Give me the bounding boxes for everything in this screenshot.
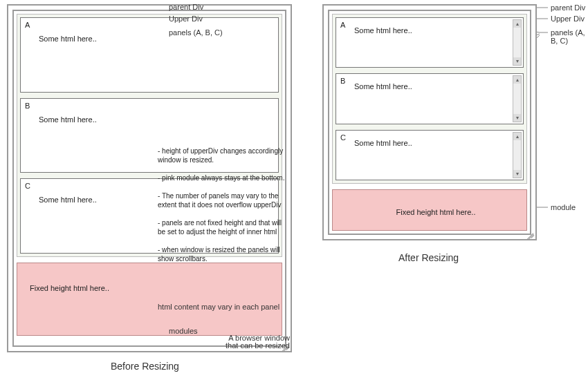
note-item: - The number of panels may vary to the e… [158,191,286,209]
panel-body: Some html here.. [354,82,412,91]
callout-panel-note: html content may vary in each panel [158,303,279,311]
scrollbar[interactable]: ▴▾ [513,75,522,122]
callout-parent-div: parent Div [169,3,203,11]
notes-list: - height of upperDiv changes accordingly… [158,146,286,263]
module-body: Fixed height html here.. [333,190,526,216]
chevron-down-icon[interactable]: ▾ [513,57,521,65]
panel-a-after: A Some html here.. ▴▾ [336,17,524,68]
module-before: Fixed height html here.. [17,263,282,336]
callout-upper-div: Upper Div [169,15,203,23]
callout-modules: modules [169,327,198,335]
note-item: - height of upperDiv changes accordingly… [158,146,286,164]
panel-label: A [25,21,30,29]
scrollbar[interactable]: ▴▾ [513,132,522,178]
module-after: Fixed height html here.. [332,189,527,231]
panel-body: Some html here.. [39,115,97,124]
panel-label: B [340,77,345,85]
callout-panels: panels (A, B, C) [169,28,223,37]
upper-div-after: A Some html here.. ▴▾ B Some html here..… [332,14,527,184]
panel-label: C [25,182,30,190]
scrollbar[interactable]: ▴▾ [513,19,522,66]
callout-panels-after: panels (A, B, C) [551,28,588,45]
callout-resize-note: A browser window that can be resized [226,334,290,350]
callout-parent-div-after: parent Div [551,3,585,12]
callout-upper-div-after: Upper Div [551,15,585,23]
panel-label: A [340,21,345,29]
caption-after: After Resizing [398,252,459,263]
chevron-up-icon[interactable]: ▴ [513,133,521,140]
panel-label: C [340,133,346,142]
panel-body: Some html here.. [354,26,412,35]
panel-label: B [25,102,30,110]
panel-body: Some html here.. [39,196,97,204]
caption-before: Before Resizing [111,361,179,372]
chevron-up-icon[interactable]: ▴ [513,20,521,28]
chevron-up-icon[interactable]: ▴ [513,76,521,84]
callout-module-after: module [551,203,576,211]
panel-body: Some html here.. [39,35,97,43]
panel-b-after: B Some html here.. ▴▾ [336,73,524,124]
note-item: - pink module always stays at the bottom… [158,173,286,182]
chevron-down-icon[interactable]: ▾ [513,114,521,122]
panel-a-before: A Some html here.. [20,17,279,93]
resize-grip-icon[interactable] [526,229,534,238]
note-item: - when window is resized the panels will… [158,245,286,263]
module-body: Fixed height html here.. [17,263,282,292]
panel-body: Some html here.. [354,139,412,147]
panel-c-after: C Some html here.. ▴▾ [336,130,524,180]
browser-window-after[interactable]: A Some html here.. ▴▾ B Some html here..… [322,4,537,240]
chevron-down-icon[interactable]: ▾ [513,170,521,178]
parent-div-after: A Some html here.. ▴▾ B Some html here..… [328,10,531,235]
note-item: - panels are not fixed height and that w… [158,218,286,236]
